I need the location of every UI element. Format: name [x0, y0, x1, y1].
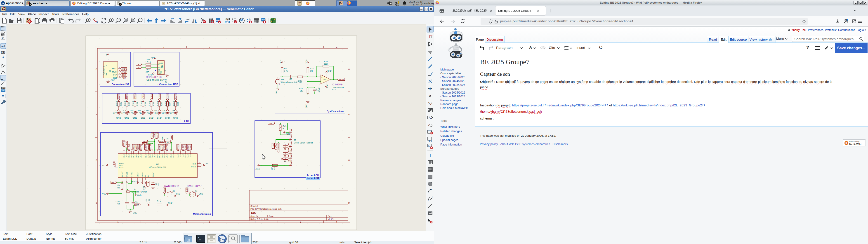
svg-text:DAC3: DAC3: [156, 133, 158, 138]
svg-text:DAC0: DAC0: [149, 145, 151, 150]
svg-text:R3: R3: [159, 200, 161, 202]
svg-text:Système micro: Système micro: [327, 110, 344, 113]
svg-text:GND: GND: [305, 104, 307, 108]
svg-text:D: D: [188, 239, 189, 241]
svg-text:VCC: VCC: [305, 59, 307, 63]
svg-text:MK1: MK1: [281, 79, 285, 81]
svg-text:Ecran LCD: Ecran LCD: [307, 177, 319, 179]
svg-text:40: 40: [180, 149, 181, 151]
svg-text:2: 2: [289, 130, 290, 132]
svg-text:S2: S2: [195, 190, 197, 192]
svg-text:R42: R42: [2, 90, 5, 92]
svg-text:C7: C7: [289, 78, 292, 80]
svg-text:LED: LED: [184, 120, 189, 123]
svg-text:15: 15: [289, 161, 291, 163]
svg-text:PD6: PD6: [164, 155, 165, 158]
svg-text:mil: mil: [1, 45, 5, 48]
svg-text:LED: LED: [129, 112, 133, 114]
svg-text:R35: R35: [152, 102, 155, 106]
svg-text:PB2: PB2: [128, 155, 130, 157]
svg-text:PE2: PE2: [170, 155, 172, 157]
svg-text:PF4: PF4: [182, 155, 184, 157]
svg-text:−: −: [321, 77, 322, 79]
svg-text:56R: 56R: [271, 167, 273, 170]
svg-text:LED6: LED6: [138, 145, 140, 149]
svg-text:J3: J3: [294, 139, 296, 141]
svg-text:U3: U3: [156, 163, 159, 165]
svg-text:VCC: VCC: [102, 164, 106, 166]
svg-text:D+: D+: [145, 175, 146, 177]
svg-text:File: GR78effetsonore.kicad_sc: File: GR78effetsonore.kicad_sch: [250, 208, 282, 210]
svg-text:+: +: [429, 43, 430, 45]
svg-text:C5: C5: [135, 201, 137, 203]
svg-text:XTAL1: XTAL1: [126, 172, 128, 177]
svg-text:HWB: HWB: [186, 188, 188, 192]
svg-text:R21: R21: [324, 60, 328, 63]
svg-text:+: +: [2, 65, 4, 67]
svg-text:Size: A4: Size: A4: [250, 215, 258, 217]
svg-text:PB7: PB7: [140, 155, 142, 157]
svg-text:T: T: [429, 153, 432, 158]
svg-text:GND: GND: [275, 90, 278, 94]
svg-text:Connecteur ISP: Connecteur ISP: [112, 83, 129, 86]
svg-text:510R: 510R: [132, 101, 134, 106]
svg-text:12: 12: [289, 154, 291, 156]
svg-text:D8: D8: [154, 109, 157, 112]
svg-text:LED2: LED2: [187, 145, 189, 149]
svg-text:D6: D6: [138, 109, 141, 112]
svg-text:D3: D3: [284, 150, 286, 152]
svg-text:LED7: LED7: [166, 94, 169, 99]
svg-text:10k: 10k: [310, 70, 313, 72]
svg-text:PB4: PB4: [133, 155, 134, 157]
svg-text:USB: USB: [161, 65, 164, 70]
svg-text:SCK: SCK: [113, 74, 117, 76]
svg-text:R20: R20: [147, 68, 150, 71]
svg-text:VCC: VCC: [279, 59, 282, 63]
svg-text:ID: ID: [158, 69, 160, 71]
svg-text:A: A: [96, 68, 97, 70]
svg-text:Title:: Title:: [251, 212, 257, 215]
svg-text:5: 5: [119, 76, 120, 78]
svg-text:Rev:: Rev:: [328, 215, 332, 217]
svg-text:VCC: VCC: [119, 164, 123, 166]
svg-text:A: A: [348, 68, 350, 70]
svg-text:1: 1: [289, 128, 290, 130]
svg-text:GND: GND: [141, 117, 145, 119]
svg-text:PF5: PF5: [185, 155, 186, 157]
svg-text:R19: R19: [147, 61, 151, 63]
svg-text:D1: D1: [284, 146, 286, 148]
svg-text:R16: R16: [310, 67, 314, 70]
svg-text:PC7: PC7: [148, 155, 149, 158]
svg-text:R32: R32: [128, 102, 130, 106]
svg-text:6: 6: [336, 46, 337, 49]
svg-text:D5: D5: [284, 155, 286, 157]
svg-text:GND: GND: [149, 117, 153, 119]
svg-text:D2: D2: [284, 148, 286, 150]
svg-text:>: >: [198, 236, 199, 239]
svg-text:6: 6: [289, 140, 290, 142]
svg-text:3: 3: [209, 221, 210, 223]
svg-text:2: 2: [163, 46, 164, 49]
svg-text:510R: 510R: [173, 101, 175, 106]
svg-text:R: R: [283, 127, 284, 130]
svg-text:R38: R38: [177, 102, 179, 106]
svg-text:R??: R??: [2, 87, 5, 89]
svg-text:D-: D-: [147, 175, 149, 177]
svg-text:MOSI: MOSI: [143, 140, 148, 143]
svg-text:LED: LED: [145, 199, 147, 202]
svg-text:LED: LED: [146, 112, 150, 114]
svg-text:mm: mm: [1, 50, 5, 53]
svg-text:6: 6: [107, 80, 110, 81]
svg-text:510R: 510R: [148, 101, 151, 106]
svg-text:PF7: PF7: [190, 155, 191, 157]
svg-text:22R: 22R: [147, 59, 150, 61]
svg-text:D-: D-: [137, 63, 139, 65]
svg-text:GND: GND: [269, 122, 274, 124]
svg-text:R6: R6: [284, 67, 287, 70]
svg-text:GND: GND: [255, 168, 260, 170]
svg-text:Crystal_GND24: Crystal_GND24: [133, 191, 147, 193]
svg-text:RST: RST: [113, 77, 117, 79]
svg-text:Connecteur USB: Connecteur USB: [159, 83, 178, 86]
svg-text:510R: 510R: [156, 101, 159, 106]
svg-text:SWCH-08247: SWCH-08247: [187, 185, 202, 187]
